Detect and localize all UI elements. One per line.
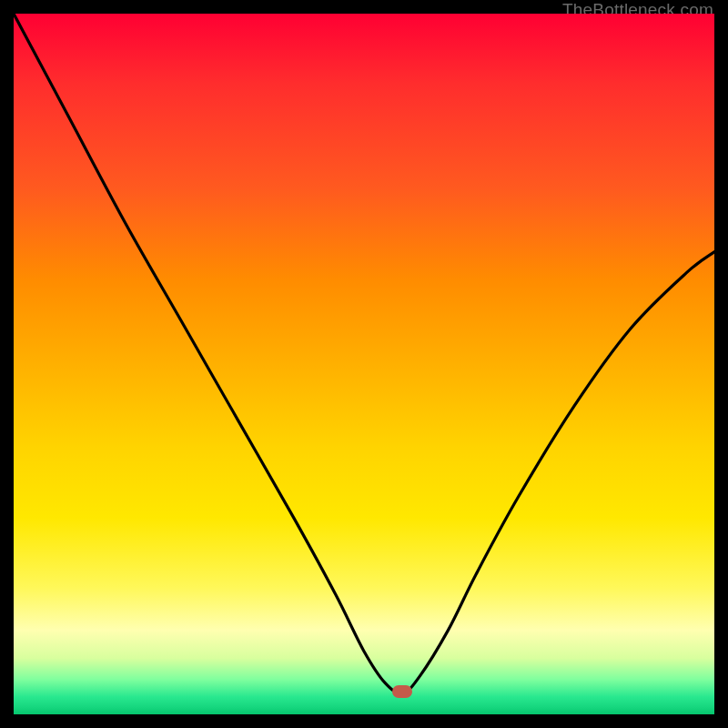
chart-stage: TheBottleneck.com (0, 0, 728, 728)
bottleneck-curve (14, 14, 714, 693)
curve-layer (14, 14, 714, 714)
optimum-marker (392, 685, 412, 698)
plot-area (14, 14, 714, 714)
